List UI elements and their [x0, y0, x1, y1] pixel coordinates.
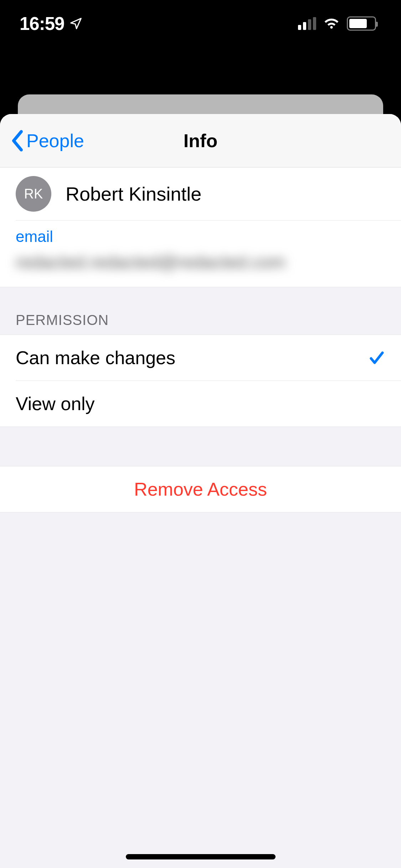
- page-title: Info: [184, 130, 217, 151]
- back-button[interactable]: People: [11, 130, 84, 151]
- home-indicator[interactable]: [126, 854, 276, 859]
- chevron-left-icon: [11, 130, 24, 151]
- email-block[interactable]: email redacted.redacted@redacted.com: [0, 221, 401, 287]
- contact-name: Robert Kinsintle: [66, 183, 201, 205]
- status-bar: 16:59: [0, 0, 401, 47]
- permission-option-can-make-changes[interactable]: Can make changes: [0, 335, 401, 381]
- permission-option-label: View only: [16, 393, 95, 414]
- permission-header: Permission: [0, 287, 401, 335]
- status-time: 16:59: [20, 13, 64, 34]
- device-frame: 16:59: [0, 0, 401, 868]
- checkmark-icon: [368, 349, 385, 366]
- avatar-initials: RK: [24, 186, 43, 202]
- remove-access-label: Remove Access: [134, 479, 267, 500]
- contact-row: RK Robert Kinsintle: [0, 167, 401, 220]
- nav-bar: People Info: [0, 114, 401, 167]
- permission-section: Can make changes View only: [0, 335, 401, 427]
- wifi-icon: [323, 16, 340, 31]
- remove-access-button[interactable]: Remove Access: [0, 466, 401, 512]
- permission-option-label: Can make changes: [16, 347, 175, 368]
- email-value: redacted.redacted@redacted.com: [16, 252, 385, 273]
- cellular-signal-icon: [298, 17, 316, 30]
- contact-section: RK Robert Kinsintle email redacted.redac…: [0, 167, 401, 287]
- info-sheet: People Info RK Robert Kinsintle email re…: [0, 114, 401, 868]
- location-icon: [69, 17, 83, 30]
- back-label: People: [26, 130, 84, 151]
- battery-icon: [347, 16, 376, 31]
- remove-access-section: Remove Access: [0, 466, 401, 512]
- permission-option-view-only[interactable]: View only: [0, 381, 401, 427]
- status-left: 16:59: [20, 13, 83, 34]
- avatar: RK: [16, 176, 51, 212]
- status-right: [298, 16, 376, 31]
- email-label: email: [16, 228, 385, 246]
